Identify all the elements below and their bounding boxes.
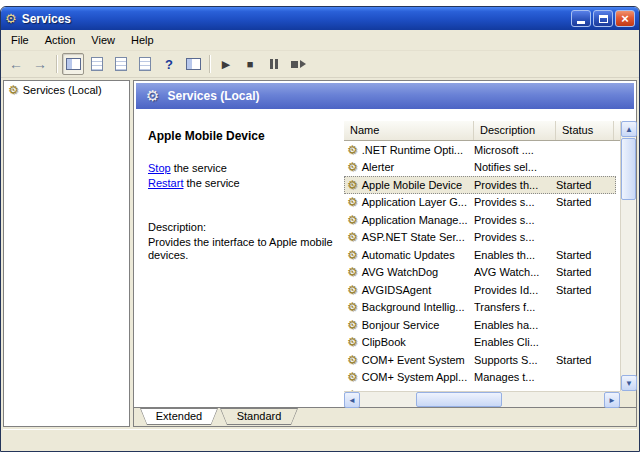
table-row[interactable]: ⚙ Apple Mobile Device Provides th... Sta… [344, 176, 616, 194]
extended-detail-pane: Apple Mobile Device Stop the service Res… [134, 121, 344, 407]
table-row[interactable]: ⚙ Alerter Notifies sel... [344, 159, 616, 177]
pause-service-button[interactable] [263, 53, 285, 75]
window-gear-icon: ⚙ [5, 12, 17, 25]
cell-name: COM+ Event System [362, 354, 465, 366]
table-row[interactable]: ⚙ AVG WatchDog AVG Watch... Started [344, 264, 616, 282]
scrollbar-corner [620, 391, 636, 407]
view-tabs: Extended Standard [134, 407, 636, 426]
cell-description: Provides s... [474, 214, 556, 226]
show-hide-tree-button[interactable] [62, 53, 84, 75]
console-tree-pane: ⚙ Services (Local) [3, 80, 130, 427]
column-header-description[interactable]: Description [474, 121, 556, 140]
export-list-icon [139, 57, 151, 71]
description-label: Description: [148, 221, 334, 233]
titlebar[interactable]: ⚙ Services × [1, 7, 639, 30]
service-gear-icon: ⚙ [347, 214, 358, 226]
table-row[interactable]: ⚙ .NET Runtime Opti... Microsoft .... [344, 141, 616, 159]
tree-item-label: Services (Local) [23, 84, 102, 96]
status-bar [3, 429, 637, 449]
pause-icon [270, 59, 278, 69]
table-row[interactable]: ⚙ Background Intellig... Transfers f... [344, 299, 616, 317]
main-panel: ⚙ Services (Local) Apple Mobile Device S… [133, 80, 637, 427]
console-tree-icon [66, 58, 81, 70]
cell-status: Started [556, 249, 614, 261]
banner: ⚙ Services (Local) [136, 83, 634, 109]
service-gear-icon: ⚙ [347, 319, 358, 331]
service-gear-icon: ⚙ [347, 231, 358, 243]
table-row[interactable]: ⚙ Application Layer G... Provides s... S… [344, 194, 616, 212]
back-icon[interactable]: ← [5, 53, 27, 75]
column-headers: Name Description Status [344, 121, 620, 141]
menu-view[interactable]: View [83, 32, 123, 48]
restart-service-button[interactable] [287, 53, 309, 75]
start-service-button[interactable]: ▶ [215, 53, 237, 75]
scroll-right-icon[interactable]: ► [604, 392, 620, 408]
tab-standard[interactable]: Standard [220, 408, 298, 426]
table-row[interactable]: ⚙ COM+ System Appl... Manages t... [344, 369, 616, 387]
close-button[interactable]: × [615, 10, 635, 27]
service-gear-icon: ⚙ [347, 196, 358, 208]
cell-name: .NET Runtime Opti... [362, 144, 463, 156]
service-gear-icon: ⚙ [347, 336, 358, 348]
vertical-scrollbar[interactable]: ▲ ▼ [620, 121, 636, 391]
help-button[interactable]: ? [158, 53, 180, 75]
minimize-button[interactable] [571, 10, 591, 27]
services-list: Name Description Status ▲ ▼ ⚙ .NET Runti… [344, 121, 636, 407]
cell-description: Manages t... [474, 371, 556, 383]
cell-description: Enables Cli... [474, 336, 556, 348]
description-text: Provides the interface to Apple mobile d… [148, 236, 333, 262]
body-row: Apple Mobile Device Stop the service Res… [134, 109, 636, 407]
service-gear-icon: ⚙ [347, 354, 358, 366]
menu-help[interactable]: Help [123, 32, 162, 48]
cell-description: Supports S... [474, 354, 556, 366]
table-row[interactable]: ⚙ Application Manage... Provides s... [344, 211, 616, 229]
horizontal-scrollbar[interactable]: ◄ ► [344, 391, 620, 407]
maximize-icon [599, 15, 608, 23]
refresh-button[interactable] [110, 53, 132, 75]
cell-description: Provides Id... [474, 284, 556, 296]
cell-description: Transfers f... [474, 301, 556, 313]
scroll-down-icon[interactable]: ▼ [621, 375, 637, 391]
banner-gear-icon: ⚙ [146, 87, 159, 105]
vertical-scroll-thumb[interactable] [621, 138, 636, 200]
service-gear-icon: ⚙ [347, 144, 358, 156]
column-header-name[interactable]: Name [344, 121, 474, 140]
table-row[interactable]: ⚙ ASP.NET State Ser... Provides s... [344, 229, 616, 247]
properties-button[interactable] [86, 53, 108, 75]
stop-service-button[interactable]: ■ [239, 53, 261, 75]
table-row[interactable]: ⚙ AVGIDSAgent Provides Id... Started [344, 281, 616, 299]
table-row[interactable]: ⚙ Automatic Updates Enables th... Starte… [344, 246, 616, 264]
cell-name: Application Manage... [362, 214, 468, 226]
cell-name: Apple Mobile Device [362, 179, 462, 191]
table-row[interactable]: ⚙ COM+ Event System Supports S... Starte… [344, 351, 616, 369]
cell-name: AVG WatchDog [362, 266, 438, 278]
column-header-status[interactable]: Status [556, 121, 614, 140]
cell-description: Enables th... [474, 249, 556, 261]
scroll-left-icon[interactable]: ◄ [344, 392, 360, 408]
services-table-body: ⚙ .NET Runtime Opti... Microsoft .... ⚙ … [344, 141, 620, 391]
table-row[interactable]: ⚙ ClipBook Enables Cli... [344, 334, 616, 352]
tab-extended[interactable]: Extended [140, 408, 218, 426]
service-gear-icon: ⚙ [347, 249, 358, 261]
selected-service-title: Apple Mobile Device [148, 129, 334, 143]
menu-file[interactable]: File [3, 32, 37, 48]
tree-item-services-local[interactable]: ⚙ Services (Local) [6, 83, 127, 97]
stop-service-suffix: the service [171, 162, 227, 174]
cell-description: Microsoft .... [474, 144, 556, 156]
forward-icon[interactable]: → [29, 53, 51, 75]
menu-action[interactable]: Action [37, 32, 84, 48]
restart-service-link[interactable]: Restart [148, 177, 183, 189]
maximize-button[interactable] [593, 10, 613, 27]
banner-title: Services (Local) [167, 89, 259, 103]
cell-name: AVGIDSAgent [362, 284, 432, 296]
service-gear-icon: ⚙ [347, 301, 358, 313]
stop-service-link[interactable]: Stop [148, 162, 171, 174]
cell-description: Provides s... [474, 196, 556, 208]
action-pane-button[interactable] [182, 53, 204, 75]
cell-status: Started [556, 354, 614, 366]
export-list-button[interactable] [134, 53, 156, 75]
horizontal-scroll-thumb[interactable] [416, 392, 502, 407]
table-row[interactable]: ⚙ Bonjour Service Enables ha... [344, 316, 616, 334]
cell-status: Started [556, 284, 614, 296]
scroll-up-icon[interactable]: ▲ [621, 121, 637, 137]
